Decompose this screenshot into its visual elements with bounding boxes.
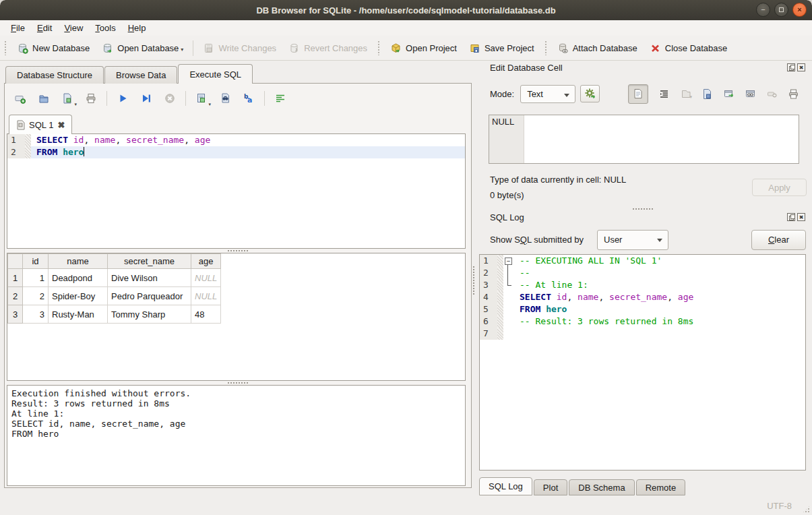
open-sql-file-icon[interactable] <box>35 90 53 107</box>
auto-format-icon[interactable]: ba <box>240 90 257 107</box>
toolbar-drag-handle[interactable] <box>377 40 381 55</box>
svg-text:a: a <box>247 96 252 104</box>
close-panel-icon[interactable]: ✖ <box>797 63 805 71</box>
column-header[interactable]: id <box>23 254 49 269</box>
code-line[interactable]: 7 <box>480 328 805 340</box>
execute-all-icon[interactable] <box>114 90 131 107</box>
cell-value-editor[interactable]: NULL <box>489 115 799 164</box>
toolbar-drag-handle[interactable] <box>544 40 548 55</box>
tab-db-schema[interactable]: DB Schema <box>569 479 634 495</box>
menu-view[interactable]: View <box>58 22 89 34</box>
print-cell-icon[interactable] <box>788 88 799 100</box>
resize-grip-icon[interactable] <box>802 505 811 514</box>
submitted-by-select[interactable]: User <box>597 230 668 250</box>
table-cell[interactable]: Rusty-Man <box>49 305 108 324</box>
code-text: -- At line 1: <box>514 279 805 291</box>
table-cell[interactable]: 2 <box>23 287 49 305</box>
save-sql-file-icon[interactable]: ▾ <box>59 90 76 107</box>
sql-log-editor[interactable]: 1-- EXECUTING ALL IN 'SQL 1'2--3-- At li… <box>479 254 806 471</box>
column-header[interactable]: secret_name <box>108 254 191 269</box>
table-row: 33Rusty-ManTommy Sharp48 <box>8 305 221 324</box>
corner-header <box>8 254 23 269</box>
copy-link-icon[interactable] <box>745 88 756 100</box>
table-cell[interactable]: Pedro Parqueador <box>108 287 191 305</box>
export-to-file-icon[interactable] <box>701 88 713 100</box>
row-number[interactable]: 3 <box>8 305 23 324</box>
maximize-icon[interactable] <box>774 3 788 17</box>
menu-edit[interactable]: Edit <box>31 22 58 34</box>
apply-button: Apply <box>752 179 807 196</box>
close-database-button[interactable]: Close Database <box>644 40 734 57</box>
code-line[interactable]: 4SELECT id, name, secret_name, age <box>480 291 805 303</box>
code-line[interactable]: 1SELECT id, name, secret_name, age <box>7 134 465 146</box>
tab-database-structure[interactable]: Database Structure <box>5 66 104 84</box>
word-wrap-cell-icon[interactable] <box>658 88 670 100</box>
submitted-by-value: User <box>604 235 622 245</box>
tab-execute-sql[interactable]: Execute SQL <box>178 64 253 84</box>
code-line[interactable]: 2-- <box>480 267 805 279</box>
table-cell[interactable]: 3 <box>23 305 49 324</box>
dock-splitter[interactable] <box>478 206 807 212</box>
new-database-icon <box>17 42 28 54</box>
code-line[interactable]: 1-- EXECUTING ALL IN 'SQL 1' <box>480 255 805 267</box>
execute-current-line-icon[interactable] <box>137 90 155 107</box>
save-project-button[interactable]: Save Project <box>463 40 540 57</box>
print-sql-icon[interactable] <box>82 90 100 107</box>
table-cell[interactable]: NULL <box>191 269 221 287</box>
clear-log-button[interactable]: Clear <box>751 230 806 250</box>
sql-editor[interactable]: 1SELECT id, name, secret_name, age2FROM … <box>7 133 466 249</box>
menu-tools[interactable]: Tools <box>89 22 121 34</box>
cell-size-info: 0 byte(s) <box>490 190 524 200</box>
table-cell[interactable]: Dive Wilson <box>108 269 191 287</box>
row-number[interactable]: 1 <box>8 269 23 287</box>
tab-close-icon[interactable]: ✖ <box>57 120 65 130</box>
table-cell[interactable]: 48 <box>191 305 221 324</box>
text-mode-icon[interactable] <box>628 84 648 104</box>
row-number[interactable]: 2 <box>8 287 23 305</box>
table-cell[interactable]: NULL <box>191 287 221 305</box>
revert-changes-icon <box>288 42 300 54</box>
execution-status[interactable]: Execution finished without errors. Resul… <box>7 385 466 486</box>
find-replace-icon[interactable] <box>216 90 234 107</box>
close-icon[interactable]: × <box>792 3 807 17</box>
open-new-tab-icon[interactable] <box>11 90 29 107</box>
code-line[interactable]: 5FROM hero <box>480 303 805 315</box>
save-results-icon[interactable]: ▾ <box>193 90 210 107</box>
fold-margin <box>503 303 514 315</box>
close-panel-icon[interactable]: ✖ <box>797 213 805 221</box>
sql-tab[interactable]: SQL 1 ✖ <box>9 115 72 134</box>
minimize-icon[interactable]: − <box>756 3 770 17</box>
table-cell[interactable]: Deadpond <box>49 269 108 287</box>
column-header[interactable]: name <box>49 254 108 269</box>
table-cell[interactable]: Tommy Sharp <box>108 305 191 324</box>
auto-apply-button[interactable] <box>580 85 600 102</box>
word-wrap-icon[interactable] <box>272 90 289 107</box>
panel-splitter[interactable] <box>473 266 474 295</box>
tab-sql-log[interactable]: SQL Log <box>479 477 532 495</box>
tab-browse-data[interactable]: Browse Data <box>104 66 177 84</box>
menu-help[interactable]: Help <box>122 22 152 34</box>
tab-plot[interactable]: Plot <box>534 479 567 495</box>
code-line[interactable]: 6-- Result: 3 rows returned in 8ms <box>480 315 805 328</box>
open-project-button[interactable]: Open Project <box>384 40 463 57</box>
fold-collapse-icon[interactable] <box>503 255 514 267</box>
new-database-button[interactable]: New Database <box>11 40 96 57</box>
mode-select[interactable]: Text <box>520 85 575 103</box>
line-number: 7 <box>480 328 497 340</box>
table-cell[interactable]: Spider-Boy <box>49 287 108 305</box>
float-panel-icon[interactable] <box>787 213 795 221</box>
gutter-hatch <box>497 303 503 315</box>
column-header[interactable]: age <box>191 254 221 269</box>
cell-value-area[interactable] <box>524 115 799 163</box>
tab-remote[interactable]: Remote <box>636 479 686 495</box>
open-external-icon[interactable] <box>723 88 735 100</box>
table-cell[interactable]: 1 <box>23 269 49 287</box>
attach-database-button[interactable]: Attach Database <box>551 40 644 57</box>
menu-file[interactable]: File <box>5 22 31 34</box>
code-line[interactable]: 2FROM hero <box>7 146 465 158</box>
float-panel-icon[interactable] <box>787 63 795 71</box>
window-title: DB Browser for SQLite - /home/user/code/… <box>256 5 555 16</box>
toolbar-drag-handle[interactable] <box>4 40 7 55</box>
open-database-button[interactable]: Open Database ▾ <box>96 40 189 57</box>
code-line[interactable]: 3-- At line 1: <box>480 279 805 291</box>
